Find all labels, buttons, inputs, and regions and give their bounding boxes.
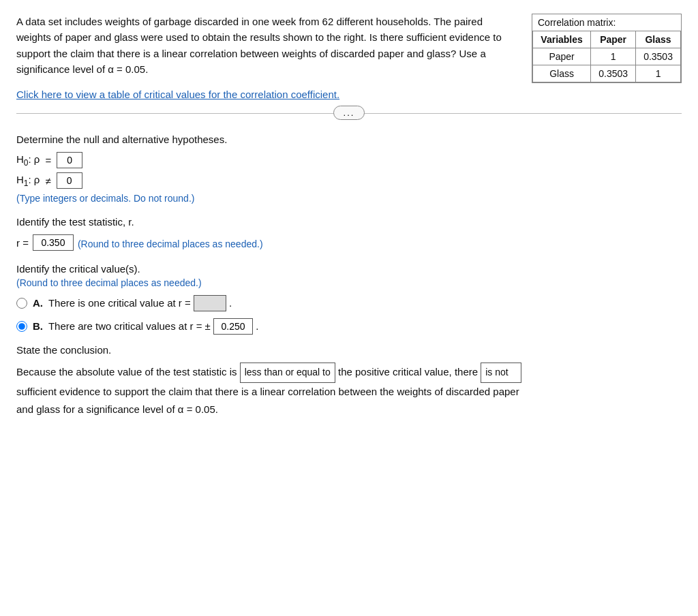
matrix-table: Variables Paper Glass Paper 1 0.3503 Gla… <box>532 31 681 82</box>
matrix-row-paper: Paper 1 0.3503 <box>533 48 681 65</box>
h1-symbol: ≠ <box>45 175 50 187</box>
test-statistic-hint: (Round to three decimal places as needed… <box>78 238 263 249</box>
conclusion-text-block: Because the absolute value of the test s… <box>16 363 682 418</box>
matrix-header-variables: Variables <box>533 31 591 48</box>
h1-row: H1: ρ ≠ <box>16 172 682 189</box>
hypotheses-section: Determine the null and alternative hypot… <box>16 134 682 204</box>
h0-symbol: = <box>45 155 51 166</box>
h0-value-input[interactable] <box>57 152 82 168</box>
h0-row: H0: ρ = <box>16 152 682 168</box>
option-a-radio[interactable] <box>16 298 27 309</box>
conclusion-text-before: Because the absolute value of the test s… <box>16 366 237 378</box>
h0-subscript: 0 <box>24 158 29 168</box>
h1-label: H1: ρ <box>16 174 40 188</box>
conclusion-text-after1: sufficient evidence to support the claim… <box>16 386 519 397</box>
critical-values-label: Identify the critical value(s). <box>16 263 682 275</box>
critical-values-section: Identify the critical value(s). (Round t… <box>16 263 682 335</box>
matrix-title: Correlation matrix: <box>532 14 681 31</box>
conclusion-dropdown-2[interactable]: is not <box>481 363 521 383</box>
expand-button[interactable]: ... <box>333 106 365 120</box>
option-a-row: A. There is one critical value at r = . <box>16 295 682 311</box>
matrix-cell-glass-label: Glass <box>533 65 591 82</box>
h1-subscript: 1 <box>24 179 29 188</box>
r-value-input[interactable] <box>33 234 74 251</box>
critical-values-hint: (Round to three decimal places as needed… <box>16 277 682 288</box>
option-a-text: There is one critical value at r = <box>48 297 191 309</box>
conclusion-dropdown-1[interactable]: less than or equal to <box>240 363 335 383</box>
hypotheses-hint: (Type integers or decimals. Do not round… <box>16 193 682 204</box>
matrix-cell-paper-glass: 0.3503 <box>636 48 681 65</box>
option-a-label: A. <box>33 297 43 309</box>
conclusion-text-after2: and glass for a significance level of α … <box>16 403 218 415</box>
conclusion-section: State the conclusion. Because the absolu… <box>16 344 682 418</box>
option-b-text1: There are two critical values at r = ± <box>48 320 211 332</box>
test-statistic-section: Identify the test statistic, r. r = (Rou… <box>16 216 682 251</box>
matrix-row-glass: Glass 0.3503 1 <box>533 65 681 82</box>
conclusion-text-middle: the positive critical value, there <box>338 366 478 378</box>
conclusion-label: State the conclusion. <box>16 344 682 356</box>
problem-description: A data set includes weights of garbage d… <box>16 16 502 75</box>
r-prefix: r = <box>16 237 29 249</box>
correlation-matrix: Correlation matrix: Variables Paper Glas… <box>532 14 682 83</box>
matrix-header-glass: Glass <box>636 31 681 48</box>
h0-label: H0: ρ <box>16 153 40 168</box>
critical-values-link[interactable]: Click here to view a table of critical v… <box>16 89 339 100</box>
matrix-cell-paper-label: Paper <box>533 48 591 65</box>
matrix-header-paper: Paper <box>591 31 636 48</box>
option-b-radio[interactable] <box>16 321 27 332</box>
option-b-row: B. There are two critical values at r = … <box>16 318 682 335</box>
problem-text: A data set includes weights of garbage d… <box>16 14 518 102</box>
test-statistic-row: r = (Round to three decimal places as ne… <box>16 234 682 251</box>
option-a-input[interactable] <box>194 295 226 311</box>
option-b-value-input[interactable] <box>213 318 253 335</box>
test-statistic-label: Identify the test statistic, r. <box>16 216 682 228</box>
option-b-label: B. <box>33 320 43 332</box>
matrix-cell-glass-glass: 1 <box>636 65 681 82</box>
matrix-cell-glass-paper: 0.3503 <box>591 65 636 82</box>
hypotheses-title: Determine the null and alternative hypot… <box>16 134 682 145</box>
h1-value-input[interactable] <box>57 172 82 189</box>
matrix-cell-paper-paper: 1 <box>591 48 636 65</box>
